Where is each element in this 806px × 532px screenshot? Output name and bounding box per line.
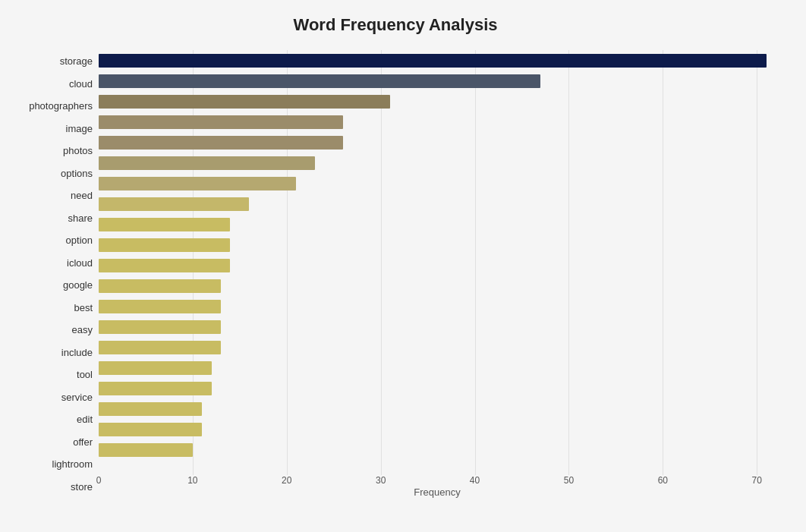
bar bbox=[99, 115, 343, 129]
bar-row bbox=[99, 52, 776, 70]
y-label: need bbox=[71, 187, 93, 205]
bar bbox=[99, 54, 767, 68]
bar bbox=[99, 136, 343, 150]
bar-row bbox=[99, 441, 776, 459]
y-label: offer bbox=[73, 433, 93, 451]
bar bbox=[99, 341, 221, 354]
bar-row bbox=[99, 379, 776, 398]
y-label: edit bbox=[77, 411, 93, 429]
y-axis: storagecloudphotographersimagephotosopti… bbox=[15, 50, 99, 498]
bar-row bbox=[99, 420, 776, 439]
bar-row bbox=[99, 338, 776, 357]
bar-row bbox=[99, 154, 776, 172]
y-label: tool bbox=[77, 366, 93, 384]
bar bbox=[99, 443, 193, 457]
y-label: share bbox=[68, 209, 93, 227]
bar bbox=[99, 74, 540, 88]
bar-row bbox=[99, 277, 776, 295]
bar-row bbox=[99, 175, 776, 193]
bar bbox=[99, 382, 212, 395]
y-label: store bbox=[71, 477, 93, 496]
bar bbox=[99, 95, 390, 109]
bar bbox=[99, 156, 315, 170]
bar-row bbox=[99, 236, 776, 254]
y-label: storage bbox=[60, 52, 93, 71]
bar-row bbox=[99, 216, 776, 234]
y-label: options bbox=[61, 164, 93, 182]
bar bbox=[99, 218, 230, 231]
chart-area: storagecloudphotographersimagephotosopti… bbox=[15, 50, 776, 498]
bar-row bbox=[99, 195, 776, 213]
y-label: photos bbox=[63, 142, 93, 160]
bars-wrapper bbox=[99, 50, 776, 483]
bar-row bbox=[99, 318, 776, 336]
bar-row bbox=[99, 400, 776, 418]
bar-row bbox=[99, 359, 776, 377]
y-label: best bbox=[74, 298, 93, 316]
y-label: google bbox=[63, 276, 93, 294]
bar-row bbox=[99, 297, 776, 316]
chart-title: Word Frequency Analysis bbox=[15, 15, 776, 35]
y-label: image bbox=[66, 119, 93, 137]
bar bbox=[99, 238, 230, 252]
y-label: cloud bbox=[69, 74, 93, 93]
y-label: icloud bbox=[67, 253, 93, 272]
bar bbox=[99, 259, 230, 272]
y-label: photographers bbox=[29, 97, 93, 115]
y-label: service bbox=[61, 388, 93, 406]
y-label: include bbox=[61, 343, 93, 361]
bar bbox=[99, 300, 221, 313]
bar-row bbox=[99, 72, 776, 90]
bar-row bbox=[99, 134, 776, 152]
bar-row bbox=[99, 257, 776, 275]
y-label: lightroom bbox=[52, 455, 93, 474]
bar bbox=[99, 279, 221, 293]
bar bbox=[99, 177, 296, 190]
bars-section: 010203040506070 Frequency bbox=[99, 50, 776, 498]
bar bbox=[99, 197, 249, 211]
chart-container: Word Frequency Analysis storagecloudphot… bbox=[0, 0, 806, 532]
bar-row bbox=[99, 93, 776, 111]
bar-row bbox=[99, 113, 776, 131]
bar bbox=[99, 423, 202, 436]
y-label: option bbox=[66, 231, 93, 250]
bar bbox=[99, 402, 202, 416]
bar bbox=[99, 361, 212, 375]
bar bbox=[99, 320, 221, 334]
y-label: easy bbox=[72, 321, 93, 339]
